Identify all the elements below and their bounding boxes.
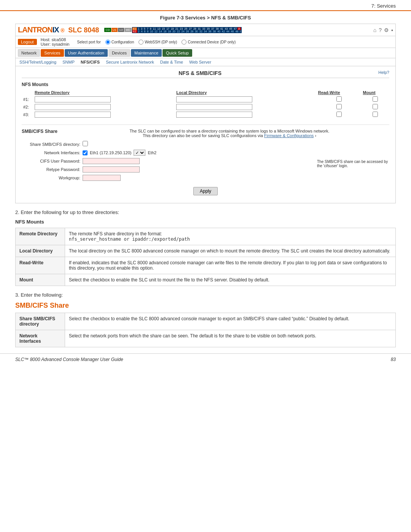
cifs-password-area: CIFS User Password: Retype Password: Wor… xyxy=(22,158,389,183)
apply-button[interactable]: Apply xyxy=(193,187,218,195)
doc-field-remote: Remote Directory xyxy=(16,228,65,245)
u2-indicator: U2 xyxy=(118,28,124,32)
table-row: #3: xyxy=(22,111,389,118)
row1-rw[interactable] xyxy=(336,96,342,102)
home-icon[interactable]: ⌂ xyxy=(373,27,376,33)
subnav-ssh[interactable]: SSH/Telnet/Logging xyxy=(19,60,56,64)
share-label: Share SMB/CIFS directory: xyxy=(22,142,83,147)
help-link[interactable]: Help? xyxy=(378,70,389,75)
row2-local[interactable] xyxy=(176,104,252,110)
workgroup-input[interactable] xyxy=(83,175,121,181)
host-info: Host: slca508 User: sysadmin xyxy=(41,37,70,46)
row2-num: #2: xyxy=(22,103,33,111)
smb-desc-line1: The SLC can be configured to share a dir… xyxy=(70,129,389,133)
doc-row-local: Local Directory The local directory on t… xyxy=(16,245,396,257)
nfs-doc-table: Remote Directory The remote NFS share di… xyxy=(15,228,396,286)
doc-row-rw: Read-Write If enabled, indicates that th… xyxy=(16,257,396,274)
doc-desc-local: The local directory on the SLC 8000 adva… xyxy=(65,245,396,257)
doc-desc-netif: Select the network ports from which the … xyxy=(65,330,396,347)
eth1-label: Eth1 (172.19.250.120) xyxy=(90,150,131,155)
figure-title: Figure 7-3 Services > NFS & SMB/CIFS xyxy=(0,15,411,21)
webssh-radio[interactable] xyxy=(139,40,143,45)
nav-services[interactable]: Services xyxy=(41,49,64,57)
logout-button[interactable]: Logout xyxy=(18,39,37,45)
nfs-table: Remote Directory Local Directory Read-Wr… xyxy=(22,89,389,118)
table-row: #2: xyxy=(22,103,389,111)
doc-section: 2. Enter the following for up to three d… xyxy=(15,209,396,347)
doc-row-netif: NetworkInterfaces Select the network por… xyxy=(16,330,396,347)
nav-maintenance[interactable]: Maintenance xyxy=(131,49,162,57)
doc-field-rw: Read-Write xyxy=(16,257,65,274)
help-icon[interactable]: ? xyxy=(379,27,382,33)
device-ui: LANTRONIX ® SLC 8048 CD U1 U2 MD E1 1357… xyxy=(15,24,396,203)
row2-rw[interactable] xyxy=(336,104,342,109)
retype-password-label: Retype Password: xyxy=(22,167,83,172)
row1-local[interactable] xyxy=(176,96,252,102)
row2-remote[interactable] xyxy=(35,104,111,110)
connected-radio[interactable] xyxy=(182,40,186,45)
doc-field-mount: Mount xyxy=(16,274,65,286)
doc-nfs-title: NFS Mounts xyxy=(15,219,396,225)
subnav-webserver[interactable]: Web Server xyxy=(189,60,211,64)
table-row: #1: xyxy=(22,96,389,103)
share-directory-row: Share SMB/CIFS directory: xyxy=(22,141,389,147)
share-checkbox-ctrl xyxy=(83,141,88,147)
smb-desc-line2: This directory can also be used for savi… xyxy=(70,133,389,138)
row1-remote[interactable] xyxy=(35,96,111,102)
top-bar: LANTRONIX ® SLC 8048 CD U1 U2 MD E1 1357… xyxy=(16,24,395,36)
nav-devices[interactable]: Devices xyxy=(108,49,130,57)
col-mount: Mount xyxy=(362,89,389,96)
webssh-radio-label[interactable]: WebSSH (DP only) xyxy=(139,40,177,45)
row3-local[interactable] xyxy=(176,112,252,118)
nav-quick-setup[interactable]: Quick Setup xyxy=(162,49,192,57)
col-local-dir: Local Directory xyxy=(175,89,316,96)
subnav-snmp[interactable]: SNMP xyxy=(62,60,75,64)
host-bar: Logout Host: slca508 User: sysadmin Sele… xyxy=(16,36,395,48)
cifs-password-label: CIFS User Password: xyxy=(22,159,83,163)
subnav-nfscifs[interactable]: NFS/CIFS xyxy=(81,60,100,64)
port-indicators: CD U1 U2 MD E1 1357911131517192123252729… xyxy=(104,27,242,33)
col-read-write: Read-Write xyxy=(317,89,362,96)
eth1-checkbox[interactable] xyxy=(83,150,88,155)
cifs-password-ctrl xyxy=(83,158,140,164)
row2-mount[interactable] xyxy=(373,104,378,109)
logo-area: LANTRONIX ® SLC 8048 xyxy=(18,26,99,34)
select-port-label: Select port for xyxy=(77,40,100,44)
password-fields: CIFS User Password: Retype Password: Wor… xyxy=(22,158,313,183)
settings-icon[interactable]: ⚙ xyxy=(384,27,389,33)
step3-text: 3. Enter the following: xyxy=(15,292,396,298)
smb-desc: The SLC can be configured to share a dir… xyxy=(70,129,389,138)
md-indicator: MD xyxy=(124,28,131,32)
sub-nav: SSH/Telnet/Logging SNMP NFS/CIFS Secure … xyxy=(16,58,395,66)
nav-user-auth[interactable]: User Authentication xyxy=(65,49,108,57)
step2-text: 2. Enter the following for up to three d… xyxy=(15,209,396,215)
retype-password-input[interactable] xyxy=(83,166,140,173)
retype-password-ctrl xyxy=(83,166,140,173)
cifs-password-input[interactable] xyxy=(83,158,140,164)
doc-field-share: Share SMB/CIFSdirectory xyxy=(16,313,65,330)
row3-mount[interactable] xyxy=(373,112,378,117)
subnav-datetime[interactable]: Date & Time xyxy=(160,60,183,64)
model-label: SLC 8048 xyxy=(68,26,99,34)
subnav-secure[interactable]: Secure Lantronix Network xyxy=(106,60,154,64)
connected-radio-label[interactable]: Connected Device (DP only) xyxy=(182,40,236,45)
firmware-link[interactable]: Firmware & Configurations xyxy=(264,133,314,138)
share-smb-checkbox[interactable] xyxy=(83,141,88,146)
host-value: slca508 xyxy=(51,37,66,42)
doc-row-remote: Remote Directory The remote NFS share di… xyxy=(16,228,396,245)
info-icon[interactable]: ▪ xyxy=(391,27,393,33)
doc-desc-mount: Select the checkbox to enable the SLC un… xyxy=(65,274,396,286)
row3-rw[interactable] xyxy=(336,112,342,117)
nav-network[interactable]: Network xyxy=(18,49,40,57)
apply-row: Apply xyxy=(22,183,389,199)
section-title-main: NFS & SMB/CIFS xyxy=(22,70,389,78)
eth-dropdown[interactable]: ✓ xyxy=(134,150,145,156)
port-numbers: E1 1357911131517192123252729313335373941… xyxy=(132,27,242,33)
footer-left: SLC™ 8000 Advanced Console Manager User … xyxy=(15,357,123,362)
config-radio-label[interactable]: Configuration xyxy=(105,40,134,45)
user-value: sysadmin xyxy=(52,42,69,46)
smb-doc-table: Share SMB/CIFSdirectory Select the check… xyxy=(15,313,396,347)
row1-mount[interactable] xyxy=(373,96,378,102)
row3-remote[interactable] xyxy=(35,112,111,118)
config-radio[interactable] xyxy=(105,40,110,45)
